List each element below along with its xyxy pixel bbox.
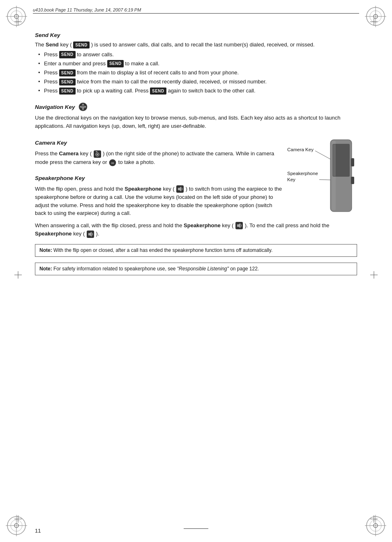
camera-key-label: Camera Key: [287, 147, 314, 152]
camera-speakerphone-text: Camera Key Press the Camera key ( ) (on …: [35, 131, 283, 219]
send-key-heading: Send Key: [35, 32, 357, 38]
ok-key-icon: OK: [108, 159, 117, 167]
note2-label: Note:: [39, 266, 52, 272]
svg-line-47: [315, 151, 332, 160]
bullet-5: Press SEND to pick up a waiting call. Pr…: [38, 87, 357, 95]
page-number: 11: [35, 528, 41, 534]
speakerphone-key-label: SpeakerphoneKey: [287, 171, 318, 183]
speakerphone-key-body1: With the flip open, press and hold the S…: [35, 185, 283, 217]
crosshair-bot-left: [14, 515, 22, 524]
speakerphone-icon-inline-1: [235, 221, 243, 230]
phone-image: Camera Key: [287, 131, 357, 218]
main-content: Send Key The Send key ( SEND ) is used t…: [35, 25, 357, 517]
bullet-4: Press SEND twice from the main to call t…: [38, 78, 357, 86]
svg-text:OK: OK: [111, 161, 114, 164]
send-badge-5b: SEND: [150, 88, 166, 95]
send-key-intro: The Send key ( SEND ) is used to answer …: [35, 41, 357, 49]
crosshair-top-right: [370, 18, 378, 27]
navigation-key-icon: OK: [78, 102, 88, 111]
speakerphone-icon-inline-2: [86, 230, 95, 238]
bullet-3: Press SEND from the main to display a li…: [38, 69, 357, 77]
crosshair-mid-left: [14, 271, 22, 280]
bullet-1: Press SEND to answer calls.: [38, 51, 357, 59]
phone-image-container: Camera Key: [287, 131, 357, 218]
note-box-1: Note: With the flip open or closed, afte…: [35, 244, 357, 257]
crosshair-mid-right: [370, 271, 378, 280]
camera-speakerphone-section: Camera Key Press the Camera key ( ) (on …: [35, 131, 357, 219]
bullet-2: Enter a number and press SEND to make a …: [38, 60, 357, 68]
svg-rect-42: [96, 151, 97, 152]
send-badge-3: SEND: [59, 69, 76, 77]
speakerphone-key-icon: [176, 185, 184, 193]
svg-text:OK: OK: [81, 106, 85, 108]
note-box-2: Note: For safety information related to …: [35, 263, 357, 275]
crosshair-top-left: [14, 18, 22, 27]
svg-rect-50: [332, 144, 350, 177]
note1-label: Note:: [39, 247, 52, 253]
send-key-badge-intro: SEND: [73, 42, 90, 48]
svg-rect-54: [333, 145, 336, 176]
crosshair-bot-right: [370, 515, 378, 524]
speakerphone-key-body2: When answering a call, with the flip clo…: [35, 221, 357, 238]
camera-key-heading: Camera Key: [35, 139, 283, 147]
svg-rect-52: [351, 177, 354, 184]
speakerphone-key-heading: Speakerphone Key: [35, 174, 283, 182]
note1-text: With the flip open or closed, after a ca…: [53, 247, 272, 253]
svg-point-41: [97, 154, 98, 155]
send-badge-4: SEND: [59, 78, 76, 86]
camera-key-icon: [93, 150, 101, 158]
navigation-key-heading: Navigation Key OK: [35, 102, 357, 111]
bottom-center-line: [184, 528, 208, 529]
header-bar: u410.book Page 11 Thursday, June 14, 200…: [33, 7, 359, 14]
camera-key-body: Press the Camera key ( ) (on the right s…: [35, 150, 283, 166]
svg-rect-51: [351, 158, 354, 166]
svg-line-48: [319, 180, 332, 180]
header-text: u410.book Page 11 Thursday, June 14, 200…: [33, 7, 141, 12]
send-badge-1: SEND: [59, 51, 76, 58]
note2-text: For safety information related to speake…: [53, 266, 259, 272]
send-key-bullets: Press SEND to answer calls. Enter a numb…: [38, 51, 357, 95]
send-badge-2: SEND: [107, 60, 124, 67]
svg-rect-49: [330, 140, 352, 212]
navigation-key-body: Use the directional keys on the navigati…: [35, 114, 357, 130]
svg-rect-53: [332, 141, 336, 210]
send-badge-5: SEND: [59, 88, 76, 95]
